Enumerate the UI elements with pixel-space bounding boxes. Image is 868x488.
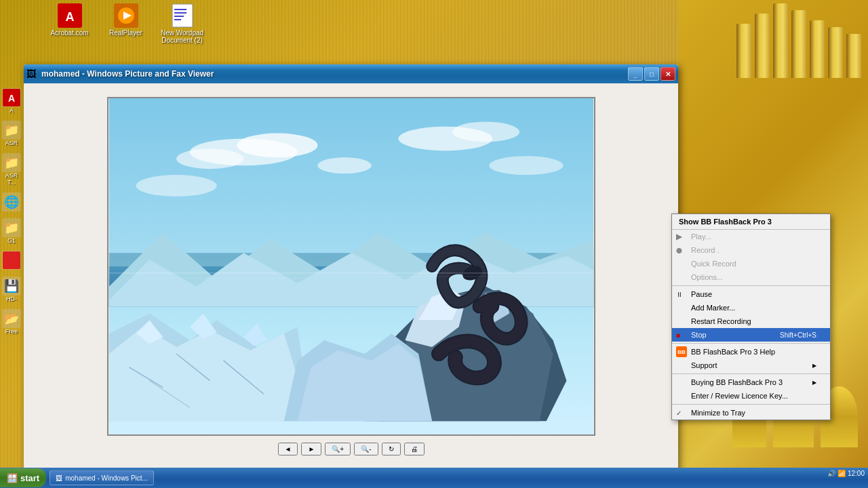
left-icon-folder1[interactable]: 📁 ASR [2,121,21,146]
bb-flashback-icon: BB [676,346,687,357]
window-titlebar: 🖼 mohamed - Windows Picture and Fax View… [24,64,678,83]
menu-item-options[interactable]: Options... [672,270,830,284]
print-button[interactable]: 🖨 [404,443,425,455]
minimize-button[interactable]: _ [628,67,643,81]
tray-icons: 🔊 📶 [827,470,846,477]
taskbar-items: 🖼 mohamed - Windows Pict... [50,470,868,485]
desktop-icon-realplayer[interactable]: RealPlayer [100,3,151,44]
support-label: Support [691,361,717,369]
licence-label: Enter / Review Licence Key... [691,392,788,400]
record-dot-icon: ⬤ [676,247,682,253]
menu-item-buying[interactable]: Buying BB FlashBack Pro 3 ▶ [672,375,830,389]
free-label: Free [5,328,18,335]
acrobat-label: Acrobat.com [50,29,88,37]
ice-image [108,98,594,434]
folder1-label: ASR [5,140,18,146]
clock: 12:00 [848,470,865,477]
desktop: A Acrobat.com RealPlayer [0,0,868,488]
left-icon-folder2[interactable]: 📁 ASRT... [2,153,21,186]
system-tray: 🔊 📶 12:00 [827,470,865,477]
menu-item-restart-recording[interactable]: Restart Recording [672,314,830,328]
left-icon-hd[interactable]: 💾 HD- [2,277,21,302]
viewer-toolbar: ◄ ► 🔍+ 🔍- ↻ 🖨 [31,443,671,455]
desktop-icon-wordpad[interactable]: New Wordpad Document (2) [157,3,208,44]
next-button[interactable]: ► [301,443,321,455]
picture-fax-viewer-window: 🖼 mohamed - Windows Picture and Fax View… [24,64,678,488]
window-controls: _ □ ✕ [628,67,675,81]
svg-point-20 [317,157,371,174]
restart-recording-label: Restart Recording [691,317,751,325]
menu-item-quick-record[interactable]: Quick Record [672,257,830,270]
left-icon-globe[interactable]: 🌐 [2,192,21,211]
realplayer-icon [114,3,138,28]
svg-text:A: A [65,10,74,24]
close-button[interactable]: ✕ [660,67,675,81]
realplayer-label: RealPlayer [109,29,142,37]
svg-point-21 [489,156,563,175]
menu-title: Show BB FlashBack Pro 3 [672,214,830,230]
menu-item-support[interactable]: Support ▶ [672,359,830,372]
adobe-label: A [9,107,14,114]
support-arrow-icon: ▶ [812,363,816,369]
menu-item-add-marker[interactable]: Add Marker... [672,301,830,314]
taskbar: 🪟 start 🖼 mohamed - Windows Pict... 🔊 📶 … [0,468,868,488]
taskbar-window-label: mohamed - Windows Pict... [65,474,148,482]
checkmark-icon: ✓ [676,409,682,417]
menu-item-play[interactable]: ▶ Play... [672,230,830,243]
record-label: Record . [691,246,719,254]
maximize-button[interactable]: □ [644,67,659,81]
add-marker-label: Add Marker... [691,304,735,312]
svg-rect-12 [3,251,20,269]
gold-bars-decor [736,3,861,78]
g1-label: G1 [7,237,16,244]
pause-label: Pause [691,290,712,298]
options-label: Options... [691,273,723,281]
zoom-out-button[interactable]: 🔍- [354,443,378,455]
top-desktop-icons: A Acrobat.com RealPlayer [44,3,208,44]
hd-icon: 💾 [2,277,21,296]
left-icon-red[interactable] [2,251,21,270]
taskbar-window-icon: 🖼 [56,474,62,482]
context-menu: Show BB FlashBack Pro 3 ▶ Play... ⬤ Reco… [671,214,831,420]
separator-1 [672,285,830,286]
stop-label: Stop [691,331,707,339]
left-icon-free[interactable]: 📂 Free [2,309,21,335]
wordpad-label: New Wordpad Document (2) [157,29,208,44]
taskbar-window-item[interactable]: 🖼 mohamed - Windows Pict... [50,470,154,485]
rotate-button[interactable]: ↻ [382,443,401,455]
prev-button[interactable]: ◄ [278,443,298,455]
hd-label: HD- [6,296,17,302]
menu-item-stop[interactable]: ■ Stop Shift+Ctrl+S [672,328,830,342]
window-title: mohamed - Windows Picture and Fax Viewer [41,69,628,79]
red-icon [2,251,21,270]
svg-point-16 [176,148,243,169]
menu-item-help[interactable]: BB BB FlashBack Pro 3 Help [672,345,830,359]
svg-rect-9 [174,19,181,20]
folder2-icon: 📁 [2,153,21,172]
buying-arrow-icon: ▶ [812,380,816,386]
help-label: BB FlashBack Pro 3 Help [691,348,775,356]
menu-item-pause[interactable]: ⏸ Pause [672,287,830,301]
desktop-icon-acrobat[interactable]: A Acrobat.com [44,3,95,44]
menu-item-licence[interactable]: Enter / Review Licence Key... [672,389,830,403]
acrobat-icon: A [58,3,82,28]
svg-point-15 [237,134,317,158]
zoom-in-button[interactable]: 🔍+ [325,443,351,455]
minimize-tray-label: Minimize to Tray [691,409,745,417]
window-body: ◄ ► 🔍+ 🔍- ↻ 🖨 [24,83,678,488]
start-button[interactable]: 🪟 start [0,468,46,487]
folder2-label: ASRT... [5,172,18,186]
stop-icon: ■ [676,331,680,339]
left-icon-adobe[interactable]: A A [2,88,21,114]
left-icon-g1[interactable]: 📁 G1 [2,218,21,244]
menu-item-minimize-tray[interactable]: ✓ Minimize to Tray [672,406,830,420]
quick-record-label: Quick Record [691,260,736,268]
svg-marker-33 [108,327,311,421]
free-icon: 📂 [2,309,21,328]
play-icon: ▶ [676,232,682,241]
window-icon: 🖼 [26,68,37,79]
adobe-icon: A [2,88,21,107]
wordpad-icon [170,3,195,28]
menu-item-record[interactable]: ⬤ Record . [672,243,830,257]
svg-rect-6 [174,9,186,10]
